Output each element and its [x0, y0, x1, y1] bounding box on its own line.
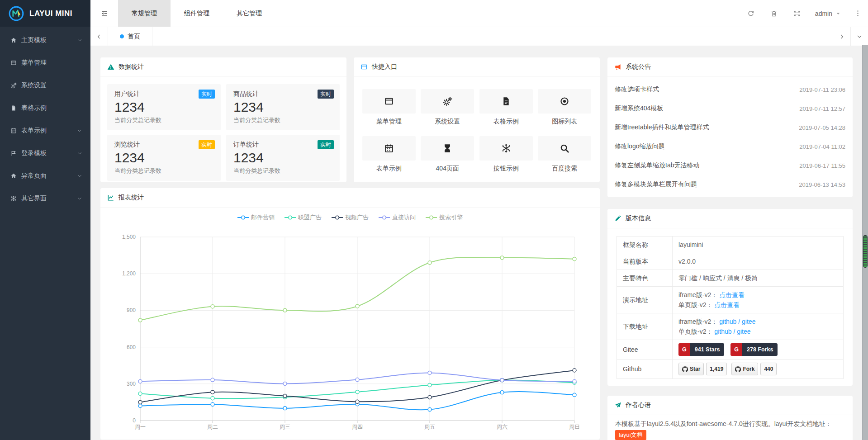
gitee-logo-icon: G	[730, 343, 742, 356]
window-icon	[360, 63, 368, 71]
sidebar-item-2[interactable]: 系统设置	[0, 74, 90, 97]
notice-item-4[interactable]: 修复左侧菜单缩放tab无法移动2019-06-17 11:55	[615, 156, 845, 175]
quick-tile-box	[362, 136, 416, 161]
panel-author-words: 作者心语 本模板基于layui2.5.4以及font-awesome-4.7.0…	[607, 396, 853, 440]
gitee-badge[interactable]: G278 Forks	[730, 343, 778, 356]
sidebar-item-label: 异常页面	[21, 172, 77, 180]
header-tab-1[interactable]: 组件管理	[171, 0, 223, 27]
active-tab-dot-icon	[120, 34, 124, 38]
link-点击查看[interactable]: 点击查看	[714, 301, 740, 308]
notice-date: 2019-06-13 14:53	[799, 181, 845, 188]
sidebar-toggle-button[interactable]	[90, 0, 118, 27]
tab-home[interactable]: 首页	[108, 27, 152, 46]
quick-tile-4[interactable]: 表单示例	[360, 136, 418, 173]
sidebar-item-0[interactable]: 主页模板	[0, 29, 90, 52]
scrollbar-thumb[interactable]	[863, 235, 868, 268]
quick-tile-2[interactable]: 表格示例	[477, 89, 536, 126]
sidebar-item-7[interactable]: 其它界面	[0, 187, 90, 210]
quick-tile-7[interactable]: 百度搜索	[536, 136, 594, 173]
header-module-tabs: 常规管理组件管理其它管理	[118, 0, 275, 27]
content-scrollbar[interactable]	[862, 45, 868, 440]
version-row-2: 主要特色零门槛 / 响应式 / 清爽 / 极简	[617, 270, 844, 287]
outdent-icon	[100, 9, 109, 18]
sidebar-item-4[interactable]: 表单示例	[0, 119, 90, 142]
link-github[interactable]: github	[719, 318, 736, 325]
notice-item-5[interactable]: 修复多模块菜单栏展开有问题2019-06-13 14:53	[615, 175, 845, 194]
clear-cache-button[interactable]	[763, 0, 786, 27]
fullscreen-button[interactable]	[786, 0, 809, 27]
notice-text: 新增treetable插件和菜单管理样式	[615, 123, 709, 132]
panel-report-stats: 报表统计 邮件营销联盟广告视频广告直接访问搜索引擎 03006009001,20…	[100, 188, 600, 440]
version-label: 主要特色	[617, 270, 673, 287]
quick-tile-0[interactable]: 菜单管理	[360, 89, 418, 126]
legend-label: 联盟广告	[298, 213, 322, 222]
version-row-0: 框架名称layuimini	[617, 237, 844, 253]
header-tab-0[interactable]: 常规管理	[118, 0, 171, 27]
legend-marker-icon	[426, 215, 437, 220]
legend-item-0[interactable]: 邮件营销	[237, 213, 275, 222]
link-gitee[interactable]: gitee	[742, 318, 755, 325]
legend-item-1[interactable]: 联盟广告	[285, 213, 322, 222]
window-icon	[384, 96, 394, 106]
notice-date: 2019-07-11 23:06	[799, 86, 845, 93]
report-chart-svg: 03006009001,2001,500周一周二周三周四周五周六周日	[100, 208, 600, 440]
chevron-right-icon	[839, 33, 845, 40]
quick-tile-label: 图标列表	[552, 118, 577, 126]
user-dropdown[interactable]: admin	[809, 0, 847, 27]
stat-value: 1234	[114, 99, 213, 115]
header-tab-2[interactable]: 其它管理	[223, 0, 275, 27]
file-text-icon	[9, 105, 17, 111]
github-badge[interactable]: Fork440	[731, 363, 777, 375]
legend-item-2[interactable]: 视频广告	[332, 213, 369, 222]
link-gitee[interactable]: gitee	[737, 328, 750, 335]
legend-item-4[interactable]: 搜索引擎	[426, 213, 463, 222]
sidebar-item-3[interactable]: 表格示例	[0, 97, 90, 119]
notice-item-1[interactable]: 新增系统404模板2019-07-11 12:57	[615, 99, 845, 118]
github-icon	[682, 366, 688, 372]
tabs-menu-button[interactable]	[850, 27, 868, 46]
sidebar-item-1[interactable]: 菜单管理	[0, 52, 90, 74]
quick-tile-5[interactable]: 404页面	[418, 136, 477, 173]
panel-title: 数据统计	[119, 63, 144, 71]
tabs-scroll-left-button[interactable]	[90, 27, 108, 46]
sidebar-menu: 主页模板菜单管理系统设置表格示例表单示例登录模板异常页面其它界面	[0, 29, 90, 210]
quick-tile-1[interactable]: 系统设置	[418, 89, 477, 126]
github-badge[interactable]: Star1,419	[678, 363, 727, 375]
quick-tile-3[interactable]: 图标列表	[536, 89, 594, 126]
panel-title: 作者心语	[626, 401, 651, 409]
panel-author-header: 作者心语	[607, 396, 853, 415]
chevron-down-icon	[856, 33, 863, 40]
logo-bar[interactable]: LAYUI MINI	[0, 0, 90, 27]
layui-doc-button[interactable]: layui文档	[615, 430, 646, 440]
version-link-line: 单页版-v2： github / gitee	[678, 326, 837, 336]
trash-icon	[770, 10, 778, 17]
quick-tile-label: 404页面	[436, 165, 459, 173]
quick-tile-6[interactable]: 按钮示例	[477, 136, 536, 173]
sidebar-item-label: 登录模板	[21, 149, 77, 157]
svg-text:周五: 周五	[424, 424, 435, 430]
sidebar-item-5[interactable]: 登录模板	[0, 142, 90, 165]
refresh-button[interactable]	[740, 0, 763, 27]
gitee-logo-icon: G	[678, 343, 690, 356]
notice-item-3[interactable]: 修改logo缩放问题2019-07-04 11:02	[615, 137, 845, 156]
version-row-6: GithubStar1,419Fork440	[617, 360, 844, 379]
gitee-badge[interactable]: G941 Stars	[678, 343, 724, 356]
notice-text: 修改选项卡样式	[615, 85, 659, 94]
notice-date: 2019-07-11 12:57	[799, 105, 845, 112]
panel-version-info: 版本信息 框架名称layuimini当前版本v2.0.0主要特色零门槛 / 响应…	[607, 209, 853, 386]
more-actions-button[interactable]	[847, 0, 868, 27]
tabs-scroll-right-button[interactable]	[833, 27, 850, 46]
panel-title: 版本信息	[626, 214, 651, 222]
notice-item-2[interactable]: 新增treetable插件和菜单管理样式2019-07-05 14:28	[615, 118, 845, 137]
github-icon	[735, 366, 741, 372]
legend-item-3[interactable]: 直接访问	[379, 213, 416, 222]
link-github[interactable]: github	[714, 328, 731, 335]
link-点击查看[interactable]: 点击查看	[719, 291, 745, 298]
svg-text:1,200: 1,200	[122, 270, 136, 277]
svg-text:0: 0	[133, 417, 136, 424]
chevron-down-icon	[77, 151, 82, 156]
sidebar-item-label: 系统设置	[21, 81, 82, 90]
notice-item-0[interactable]: 修改选项卡样式2019-07-11 23:06	[615, 80, 845, 99]
svg-text:300: 300	[127, 381, 136, 387]
sidebar-item-6[interactable]: 异常页面	[0, 165, 90, 187]
